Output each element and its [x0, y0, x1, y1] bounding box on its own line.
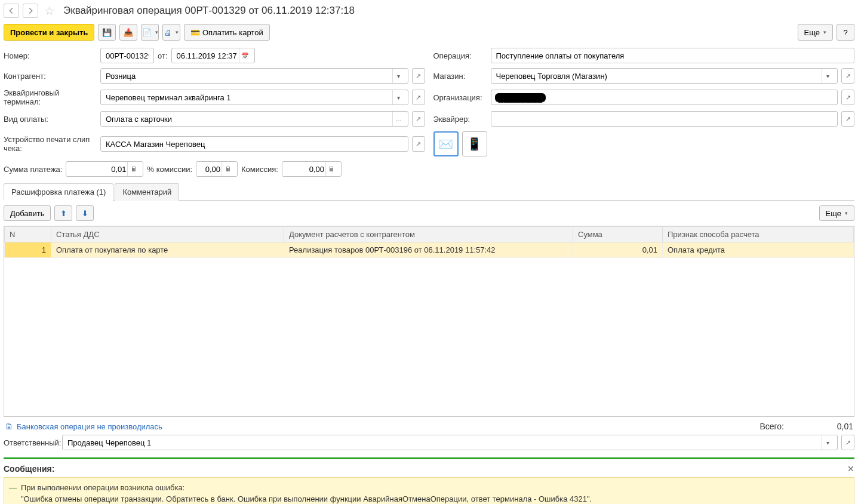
col-header-article[interactable]: Статья ДДС: [51, 227, 284, 242]
label-slip: Устройство печати слип чека:: [4, 135, 97, 153]
slip-device-field[interactable]: [100, 136, 408, 152]
org-field[interactable]: ████████: [491, 90, 838, 105]
collapse-icon[interactable]: —: [9, 483, 17, 494]
commission-pct-field[interactable]: 🖩: [196, 161, 238, 177]
commission-field[interactable]: 🖩: [282, 161, 342, 177]
save-icon: 💾: [102, 28, 112, 37]
info-icon: 🗎: [5, 422, 13, 431]
print-button[interactable]: 🖨: [162, 24, 180, 41]
label-paytype: Вид оплаты:: [4, 115, 97, 124]
open-icon[interactable]: ↗: [841, 111, 854, 127]
error-message-box: — При выполнении операции возникла ошибк…: [4, 477, 854, 504]
contragent-field[interactable]: ▾: [100, 68, 408, 84]
pay-by-card-button[interactable]: 💳 Оплатить картой: [184, 24, 269, 41]
calc-icon[interactable]: 🖩: [127, 162, 139, 176]
separator: [4, 457, 854, 459]
org-value-redacted: ████████: [495, 93, 546, 102]
terminal-field[interactable]: ▾: [100, 90, 408, 105]
messages-close-icon[interactable]: ✕: [847, 464, 854, 474]
calc-icon[interactable]: 🖩: [222, 162, 233, 176]
cell-method: Оплата кредита: [663, 242, 854, 258]
arrow-up-icon: ⬆: [60, 209, 67, 218]
label-org: Организация:: [433, 93, 487, 102]
card-icon: 💳: [190, 28, 200, 37]
operation-field[interactable]: [491, 48, 855, 63]
favorite-star-icon[interactable]: ☆: [44, 4, 55, 18]
label-from: от:: [158, 51, 168, 60]
open-icon[interactable]: ↗: [412, 90, 425, 105]
dropdown-icon[interactable]: ▾: [822, 69, 834, 83]
email-icon: ✉️: [438, 137, 453, 151]
pay-card-label: Оплатить картой: [202, 28, 263, 37]
col-header-doc[interactable]: Документ расчетов с контрагентом: [284, 227, 573, 242]
bank-op-status-link[interactable]: Банковская операция не производилась: [17, 422, 162, 431]
post-and-close-button[interactable]: Провести и закрыть: [4, 24, 94, 41]
label-commission: Комиссия:: [241, 165, 278, 174]
dropdown-icon[interactable]: ▾: [822, 435, 834, 450]
nav-forward-button[interactable]: [23, 4, 38, 18]
create-based-on-button[interactable]: 📄: [141, 24, 159, 41]
email-button[interactable]: ✉️: [433, 131, 459, 156]
label-sum: Сумма платежа:: [4, 165, 62, 174]
messages-title: Сообщения:: [4, 464, 54, 474]
dropdown-icon[interactable]: ▾: [392, 69, 404, 83]
arrow-down-icon: ⬇: [82, 209, 88, 218]
sum-field[interactable]: 🖩: [66, 161, 143, 177]
post-button[interactable]: 📥: [119, 24, 137, 41]
print-icon: 🖨: [164, 28, 172, 37]
label-store: Магазин:: [433, 72, 487, 81]
help-button[interactable]: ?: [837, 24, 854, 41]
number-field[interactable]: [100, 48, 154, 63]
table-row[interactable]: 1 Оплата от покупателя по карте Реализац…: [5, 242, 854, 258]
open-icon[interactable]: ↗: [412, 136, 425, 152]
save-button[interactable]: 💾: [98, 24, 116, 41]
mobile-button[interactable]: 📱: [462, 131, 487, 156]
acquirer-field[interactable]: [491, 111, 838, 127]
open-icon[interactable]: ↗: [841, 68, 854, 84]
open-icon[interactable]: ↗: [841, 435, 854, 450]
date-field[interactable]: 📅: [171, 48, 255, 63]
add-row-button[interactable]: Добавить: [4, 205, 51, 221]
col-header-method[interactable]: Признак способа расчета: [663, 227, 854, 242]
paytype-field[interactable]: …: [100, 111, 408, 127]
msg-line-1: При выполнении операции возникла ошибка:: [21, 483, 848, 494]
msg-line-2: "Ошибка отмены операции транзакции. Обра…: [21, 494, 848, 504]
dropdown-icon[interactable]: ▾: [392, 90, 404, 105]
mobile-icon: 📱: [467, 137, 482, 151]
label-acquirer: Эквайрер:: [433, 115, 487, 124]
open-icon[interactable]: ↗: [412, 68, 425, 84]
cell-article: Оплата от покупателя по карте: [51, 242, 284, 258]
label-operation: Операция:: [433, 51, 487, 60]
doc-icon: 📄: [142, 28, 152, 37]
responsible-field[interactable]: ▾: [62, 435, 838, 450]
ellipsis-icon[interactable]: …: [392, 112, 404, 126]
label-number: Номер:: [4, 51, 97, 60]
post-icon: 📥: [124, 28, 133, 37]
tab-details[interactable]: Расшифровка платежа (1): [4, 183, 113, 201]
page-title: Эквайринговая операция 00РТ-001329 от 06…: [63, 5, 355, 17]
open-icon[interactable]: ↗: [412, 111, 425, 127]
col-header-sum[interactable]: Сумма: [573, 227, 663, 242]
move-up-button[interactable]: ⬆: [54, 205, 72, 221]
more-button[interactable]: Еще: [798, 24, 833, 41]
label-commission-pct: % комиссии:: [147, 165, 192, 174]
move-down-button[interactable]: ⬇: [76, 205, 94, 221]
open-icon[interactable]: ↗: [841, 90, 854, 105]
col-header-n[interactable]: N: [5, 227, 51, 242]
tab-comment[interactable]: Комментарий: [115, 183, 179, 201]
table-more-button[interactable]: Еще: [819, 205, 854, 221]
store-field[interactable]: ▾: [491, 68, 838, 84]
label-responsible: Ответственный:: [4, 438, 59, 447]
cell-doc: Реализация товаров 00РТ-003196 от 06.11.…: [284, 242, 573, 258]
nav-back-button[interactable]: [4, 4, 19, 18]
label-contragent: Контрагент:: [4, 72, 97, 81]
calendar-icon[interactable]: 📅: [239, 48, 251, 63]
total-label: Всего:: [759, 422, 784, 431]
calc-icon[interactable]: 🖩: [325, 162, 337, 176]
label-terminal: Эквайринговый терминал:: [4, 88, 97, 106]
total-value: 0,01: [788, 422, 853, 431]
cell-n: 1: [5, 242, 51, 258]
payment-grid[interactable]: N Статья ДДС Документ расчетов с контраг…: [4, 226, 854, 417]
cell-sum: 0,01: [573, 242, 663, 258]
